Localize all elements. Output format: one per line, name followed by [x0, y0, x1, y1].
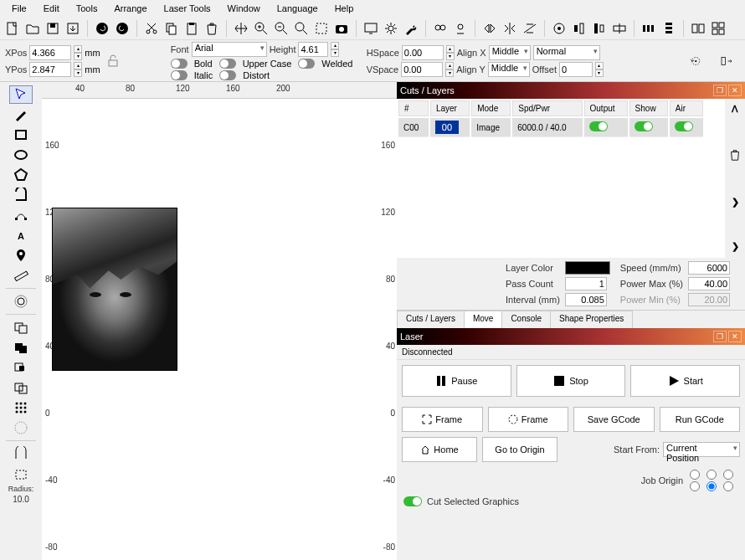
- undo-icon[interactable]: [93, 19, 111, 38]
- text-tool[interactable]: A: [9, 226, 33, 244]
- settings-icon[interactable]: [382, 19, 400, 38]
- boolean3-tool[interactable]: [9, 378, 33, 397]
- arrange1-icon[interactable]: [689, 19, 707, 38]
- col-air[interactable]: Air: [670, 100, 703, 116]
- font-height-input[interactable]: [298, 42, 328, 57]
- offset-input[interactable]: [559, 62, 593, 77]
- tab-shape[interactable]: Shape Properties: [550, 311, 633, 328]
- image-object[interactable]: [52, 208, 177, 371]
- welded-toggle[interactable]: [298, 59, 315, 69]
- layer-swatch[interactable]: 00: [435, 121, 459, 134]
- font-height-stepper[interactable]: ▴▾: [331, 42, 339, 57]
- pause-button[interactable]: Pause: [402, 365, 511, 397]
- pmax-input[interactable]: [688, 277, 730, 290]
- close-icon[interactable]: ✕: [728, 331, 742, 342]
- start-from-combo[interactable]: Current Position: [663, 442, 740, 457]
- normal-combo[interactable]: Normal: [533, 45, 600, 60]
- vspace-stepper[interactable]: ▴▾: [445, 62, 454, 77]
- draw-tool[interactable]: [9, 105, 33, 124]
- new-icon[interactable]: [3, 19, 22, 38]
- ungroup-icon[interactable]: [451, 19, 470, 38]
- menu-laser-tools[interactable]: Laser Tools: [156, 2, 219, 15]
- ellipse-tool[interactable]: [9, 146, 33, 164]
- undock-icon[interactable]: ❐: [713, 331, 727, 342]
- right1-icon[interactable]: ❯: [732, 197, 739, 208]
- speed-input[interactable]: [688, 261, 730, 275]
- hspace-stepper[interactable]: ▴▾: [446, 45, 455, 60]
- ypos-stepper[interactable]: ▴▾: [74, 62, 82, 77]
- camera-icon[interactable]: [332, 19, 351, 38]
- align-c2-icon[interactable]: [590, 19, 609, 38]
- align-c3-icon[interactable]: [610, 19, 629, 38]
- show-toggle[interactable]: [635, 121, 653, 131]
- shape1-tool[interactable]: [9, 444, 33, 463]
- home-button[interactable]: Home: [402, 437, 477, 462]
- marker-tool[interactable]: [9, 246, 33, 265]
- menu-tools[interactable]: Tools: [68, 2, 106, 15]
- pan-icon[interactable]: [232, 19, 250, 38]
- open-icon[interactable]: [23, 19, 42, 38]
- goto-origin-button[interactable]: Go to Origin: [482, 437, 557, 462]
- menu-arrange[interactable]: Arrange: [105, 2, 155, 15]
- cut-selected-toggle[interactable]: [403, 496, 422, 506]
- tab-move[interactable]: Move: [464, 311, 502, 328]
- aligny-combo[interactable]: Middle: [488, 62, 530, 77]
- frame-circle-button[interactable]: Frame: [488, 407, 569, 432]
- tab-console[interactable]: Console: [501, 311, 551, 328]
- edit-nodes-tool[interactable]: [9, 206, 33, 224]
- bold-toggle[interactable]: [171, 59, 188, 69]
- pass-input[interactable]: [565, 277, 607, 290]
- menu-edit[interactable]: Edit: [35, 2, 68, 15]
- dist-h-icon[interactable]: [640, 19, 658, 38]
- close-icon[interactable]: ✕: [728, 85, 742, 96]
- xpos-stepper[interactable]: ▴▾: [74, 45, 82, 60]
- weld-tool[interactable]: [9, 318, 33, 337]
- align-c1-icon[interactable]: [570, 19, 588, 38]
- zoom-fit-icon[interactable]: [292, 19, 311, 38]
- layer-color-swatch[interactable]: [565, 261, 610, 275]
- frame-select-icon[interactable]: [312, 19, 331, 38]
- trash-icon[interactable]: [728, 148, 742, 163]
- export-icon[interactable]: [64, 19, 82, 38]
- offset-tool[interactable]: [9, 292, 33, 311]
- dist-v-icon[interactable]: [660, 19, 678, 38]
- laser-panel-header[interactable]: Laser ❐ ✕: [397, 328, 745, 345]
- col-num[interactable]: #: [398, 100, 429, 116]
- monitor-icon[interactable]: [362, 19, 380, 38]
- ypos-input[interactable]: [29, 62, 71, 77]
- measure-tool[interactable]: [9, 266, 33, 285]
- save-icon[interactable]: [44, 19, 62, 38]
- flip-v-icon[interactable]: [521, 19, 539, 38]
- offset-stepper[interactable]: ▴▾: [595, 62, 604, 77]
- menu-help[interactable]: Help: [326, 2, 362, 15]
- move-up-icon[interactable]: ᐱ: [732, 104, 738, 115]
- redo-icon[interactable]: [113, 19, 131, 38]
- run-gcode-button[interactable]: Run GCode: [660, 407, 741, 432]
- zoom-out-icon[interactable]: [272, 19, 290, 38]
- zoom-in-icon[interactable]: [252, 19, 270, 38]
- flip-h-icon[interactable]: [480, 19, 499, 38]
- start-button[interactable]: Start: [630, 365, 740, 397]
- menu-language[interactable]: Language: [269, 2, 326, 15]
- delete-icon[interactable]: [203, 19, 221, 38]
- italic-toggle[interactable]: [171, 70, 188, 80]
- upper-toggle[interactable]: [219, 59, 236, 69]
- paste-icon[interactable]: [182, 19, 201, 38]
- shape2-tool[interactable]: [9, 465, 33, 483]
- lock-icon[interactable]: [104, 52, 122, 70]
- group-icon[interactable]: [431, 19, 450, 38]
- wrench-icon[interactable]: [402, 19, 420, 38]
- col-mode[interactable]: Mode: [471, 100, 511, 116]
- col-spdpwr[interactable]: Spd/Pwr: [512, 100, 582, 116]
- cut-icon[interactable]: [142, 19, 161, 38]
- alignx-combo[interactable]: Middle: [489, 45, 531, 60]
- frame-button[interactable]: Frame: [402, 407, 483, 432]
- arrange2-icon[interactable]: [709, 19, 727, 38]
- polygon-tool[interactable]: [9, 166, 33, 184]
- air-toggle[interactable]: [675, 121, 693, 131]
- col-output[interactable]: Output: [584, 100, 628, 116]
- cuts-panel-header[interactable]: Cuts / Layers ❐ ✕: [397, 82, 745, 99]
- copy-icon[interactable]: [162, 19, 181, 38]
- menu-file[interactable]: File: [3, 2, 35, 15]
- interval-input[interactable]: [565, 293, 607, 306]
